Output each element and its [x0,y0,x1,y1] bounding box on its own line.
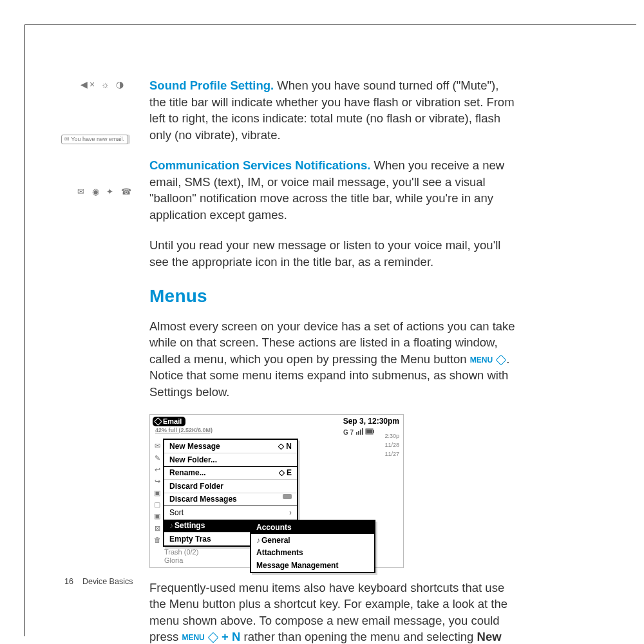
sound-profile-para: Sound Profile Setting. When you have sou… [149,77,516,143]
flash-icon: ☼ [101,79,111,90]
voicemail-icon: ☎ [121,187,134,196]
svg-text:G 7: G 7 [343,429,354,436]
balloon-notification-graphic: ✉ You have new email. [61,133,128,144]
svg-rect-2 [358,431,359,435]
vibrate-icon: ◑ [116,79,126,90]
reminder-para: Until you read your new message or liste… [149,237,516,270]
sound-profile-title: Sound Profile Setting. [149,79,274,92]
im-icon: ✦ [106,187,116,196]
menus-shortcut-para: Frequently-used menu items also have key… [149,580,516,644]
svg-rect-6 [366,430,372,433]
svg-rect-1 [356,432,357,435]
mute-profile-icons: ◀× ☼ ◑ [80,79,126,90]
menus-heading: Menus [149,284,516,309]
sms-icon: ◉ [92,187,102,196]
svg-rect-4 [362,428,363,435]
mute-icon: ◀× [80,79,97,90]
svg-rect-3 [360,430,361,435]
folder-icon-column: ✉✎↩↪▣▢▣⊠🗑 [151,439,163,546]
menus-intro-para: Almost every screen on your device has a… [149,318,516,401]
page-content: Sound Profile Setting. When you have sou… [149,77,516,644]
menu-diamond-icon [496,354,507,365]
device-screenshot: Email 42% full (2.52K/6.0M) Sep 3, 12:30… [149,414,404,567]
reminder-icons: ✉ ◉ ✦ ☎ [77,187,134,196]
page-footer: 16Device Basics [64,577,133,586]
comm-notif-para: Communication Services Notifications. Wh… [149,157,516,223]
device-submenu: Accounts ♪General Attachments Message Ma… [250,520,375,573]
email-icon: ✉ [77,187,87,196]
menu-diamond-icon [207,632,218,643]
comm-notif-title: Communication Services Notifications. [149,158,370,172]
svg-rect-7 [373,430,374,433]
